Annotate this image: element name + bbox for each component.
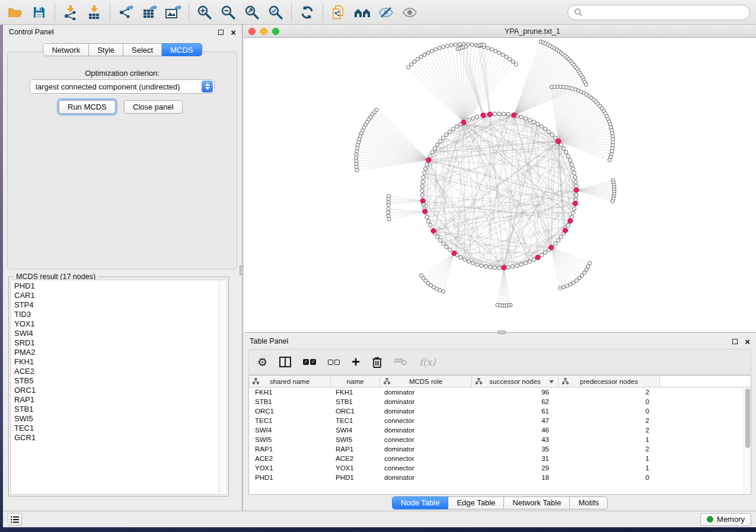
mcds-result-item[interactable]: STP4 [14,300,219,310]
table-cell[interactable]: SWI5 [331,435,380,444]
mcds-result-item[interactable]: SWI4 [14,329,219,338]
table-row[interactable]: TEC1TEC1connector472 [249,416,751,425]
graph-hub-node[interactable] [423,209,428,214]
graph-node[interactable] [554,242,557,245]
column-header[interactable]: shared name [249,376,331,387]
graph-node[interactable] [441,136,445,140]
table-cell[interactable]: RAP1 [249,444,331,454]
graph-node[interactable] [540,124,543,128]
table-cell[interactable]: dominator [380,406,472,416]
graph-node[interactable] [519,262,523,266]
graph-node[interactable] [467,118,470,122]
graph-node[interactable] [588,261,592,265]
graph-node[interactable] [434,48,438,52]
mcds-result-scrollbar[interactable] [219,280,227,495]
table-cell[interactable]: dominator [380,397,472,406]
table-cell[interactable]: 18 [472,473,559,482]
tab-mcds[interactable]: MCDS [162,43,202,56]
graph-node[interactable] [572,171,576,175]
graph-hub-node[interactable] [556,139,560,143]
refresh-button[interactable] [295,2,319,23]
table-row[interactable]: FKH1FKH1dominator962 [249,387,751,397]
mcds-result-item[interactable]: YOX1 [14,319,219,329]
graph-hub-node[interactable] [549,245,554,250]
mcds-result-list[interactable]: PHD1CAR1STP4TID3YOX1SWI4SRD1PMA2FKH1ACE2… [10,280,219,495]
table-cell[interactable]: 2 [559,387,660,397]
graph-hub-node[interactable] [502,265,506,270]
graph-hub-node[interactable] [512,113,516,117]
export-image-button[interactable] [161,2,185,23]
sort-chevron-icon[interactable] [549,380,554,383]
graph-node[interactable] [423,167,427,171]
mcds-result-item[interactable]: PMA2 [14,348,219,357]
graph-node[interactable] [476,115,479,118]
graph-node[interactable] [544,251,547,254]
graph-node[interactable] [562,147,566,150]
graph-node[interactable] [528,259,531,263]
table-cell[interactable]: 2 [559,416,660,425]
table-scrollbar-thumb[interactable] [745,389,750,448]
graph-node[interactable] [448,130,451,133]
mcds-result-item[interactable]: SWI5 [14,414,219,424]
show-all-button[interactable] [398,2,422,23]
graph-node[interactable] [497,51,501,55]
table-cell[interactable]: 43 [472,435,559,444]
import-table-button[interactable] [82,2,106,23]
table-cell[interactable]: 46 [472,425,559,435]
graph-node[interactable] [524,117,527,120]
graph-node[interactable] [584,83,588,86]
graph-hub-node[interactable] [420,198,425,203]
graph-hub-node[interactable] [573,201,578,206]
table-cell[interactable]: PHD1 [249,473,331,482]
table-cell[interactable]: 47 [472,416,559,425]
table-row[interactable]: SWI4SWI4dominator462 [249,425,751,435]
table-cell[interactable]: TEC1 [249,416,331,425]
graph-node[interactable] [550,133,554,136]
table-cell[interactable]: 0 [559,397,660,406]
graph-node[interactable] [420,189,424,193]
float-panel-icon[interactable] [218,30,224,35]
graph-node[interactable] [420,184,424,188]
graph-node[interactable] [490,48,493,52]
graph-node[interactable] [429,223,432,227]
table-cell[interactable]: connector [380,435,472,444]
graph-node[interactable] [571,211,575,214]
graph-node[interactable] [493,112,496,116]
table-cell[interactable]: 62 [472,397,559,406]
close-window-icon[interactable] [248,28,256,35]
graph-node[interactable] [442,290,445,293]
table-cell[interactable]: 35 [472,444,559,454]
horizontal-splitter-handle[interactable] [497,331,506,334]
graph-node[interactable] [496,303,499,307]
show-columns-icon[interactable] [279,357,291,367]
first-neighbors-button[interactable] [350,2,374,23]
graph-node[interactable] [570,162,573,166]
hide-selected-button[interactable] [374,2,398,23]
table-row[interactable]: ORC1ORC1dominator610 [249,406,751,416]
graph-hub-node[interactable] [461,120,466,125]
graph-node[interactable] [511,60,515,63]
graph-node[interactable] [471,261,474,265]
mcds-result-item[interactable]: FKH1 [14,357,219,367]
table-cell[interactable]: STB1 [331,397,380,406]
table-cell[interactable]: dominator [380,387,472,397]
select-all-icon[interactable]: ✓✓ [303,359,316,365]
graph-hub-node[interactable] [563,228,567,233]
mcds-result-item[interactable]: SRD1 [14,338,219,348]
table-cell[interactable]: 1 [559,454,660,463]
graph-node[interactable] [611,200,614,203]
zoom-in-button[interactable] [193,2,216,23]
table-cell[interactable]: dominator [380,473,472,482]
table-cell[interactable]: 0 [559,473,660,482]
graph-hub-node[interactable] [487,112,492,117]
export-network-button[interactable] [114,2,138,23]
graph-node[interactable] [470,43,474,46]
graph-node[interactable] [493,266,496,270]
mcds-result-item[interactable]: RAP1 [14,395,219,405]
graph-node[interactable] [568,158,572,162]
graph-node[interactable] [494,49,497,53]
table-cell[interactable]: 96 [472,387,559,397]
mcds-result-item[interactable]: ACE2 [14,367,219,376]
graph-node[interactable] [471,117,474,120]
table-cell[interactable]: 31 [472,454,559,463]
